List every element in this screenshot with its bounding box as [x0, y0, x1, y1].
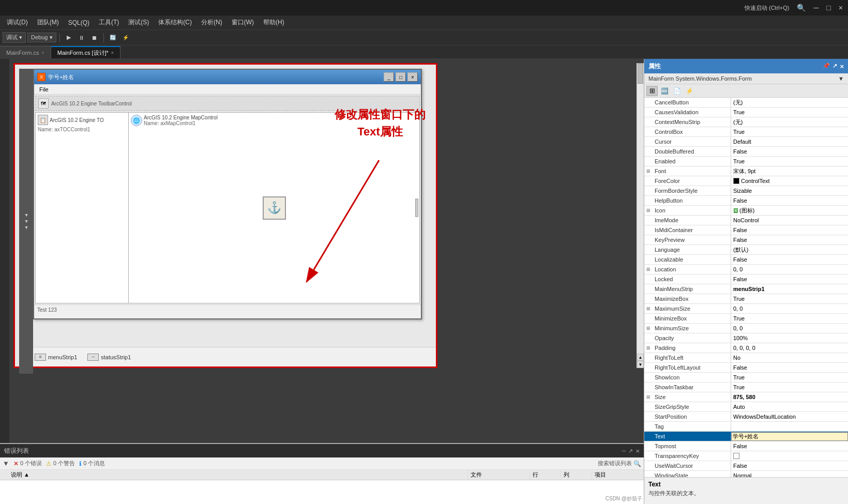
prop-row-helpbutton[interactable]: HelpButton False: [644, 196, 848, 206]
prop-row-cancelbutton[interactable]: CancelButton (无): [644, 98, 848, 108]
error-count-errors[interactable]: ✕ 0 个错误: [13, 460, 42, 467]
prop-row-language[interactable]: Language (默认): [644, 245, 848, 255]
tab-mainform-design[interactable]: MainForm.cs [设计]* ×: [51, 46, 120, 58]
prop-row-contextmenustrip[interactable]: ContextMenuStrip (无): [644, 117, 848, 127]
tab-close-design[interactable]: ×: [111, 50, 114, 55]
prop-row-sizegripstyle[interactable]: SizeGripStyle Auto: [644, 402, 848, 412]
prop-row-tag[interactable]: Tag: [644, 422, 848, 432]
prop-row-formborderstyle[interactable]: FormBorderStyle Sizable: [644, 186, 848, 196]
error-count-warnings[interactable]: ⚠ 0 个警告: [46, 460, 75, 467]
toolbar-btn-4[interactable]: 🔄: [107, 32, 118, 43]
prop-row-maximizebox[interactable]: MaximizeBox True: [644, 294, 848, 304]
error-col-proj[interactable]: 项目: [592, 470, 644, 480]
props-events-btn[interactable]: ⚡: [684, 86, 695, 96]
props-object-selector[interactable]: MainForm System.Windows.Forms.Form ▼: [644, 73, 848, 84]
prop-row-locked[interactable]: Locked False: [644, 274, 848, 284]
prop-row-transparencykey[interactable]: TransparencyKey: [644, 451, 848, 461]
menu-item-team[interactable]: 团队(M): [33, 17, 63, 28]
error-col-desc[interactable]: 说明 ▲: [8, 470, 468, 480]
menu-item-tools[interactable]: 工具(T): [95, 17, 123, 28]
form-toc-panel: 📋 ArcGIS 10.2 Engine TO Name: axTOCContr…: [36, 113, 129, 303]
toolbar-btn-2[interactable]: ⏸: [76, 32, 87, 43]
maximize-button[interactable]: □: [826, 4, 830, 12]
close-button[interactable]: ×: [839, 4, 843, 12]
props-float-btn[interactable]: ↗: [832, 63, 837, 70]
prop-row-location[interactable]: ⊞ Location 0, 0: [644, 265, 848, 274]
minimize-button[interactable]: ─: [813, 4, 819, 12]
props-categorized-btn[interactable]: ⊞: [646, 86, 658, 96]
toolbar-btn-3[interactable]: ⏹: [89, 32, 100, 43]
toolbar-btn-1[interactable]: ▶: [63, 32, 74, 43]
text-property-input[interactable]: [731, 432, 848, 441]
prop-row-startposition[interactable]: StartPosition WindowsDefaultLocation: [644, 412, 848, 422]
prop-row-controlbox[interactable]: ControlBox True: [644, 127, 848, 137]
prop-row-imemode[interactable]: ImeMode NoControl: [644, 216, 848, 225]
component-item-status[interactable]: ─ statusStrip1: [87, 354, 131, 361]
error-col-col[interactable]: 列: [561, 470, 592, 480]
debug-back-button[interactable]: 调试 ▾: [3, 32, 26, 43]
component-item-menu[interactable]: ≡ menuStrip1: [35, 354, 77, 361]
menu-item-arch[interactable]: 体系结构(C): [154, 17, 196, 28]
prop-row-usewaitcursor[interactable]: UseWaitCursor False: [644, 461, 848, 471]
prop-row-minimizebox[interactable]: MinimizeBox True: [644, 314, 848, 324]
props-property-pages-btn[interactable]: 📄: [671, 86, 683, 96]
tab-mainform-cs[interactable]: MainForm.cs ×: [0, 46, 51, 58]
menu-item-window[interactable]: 窗口(W): [228, 17, 258, 28]
search-icon[interactable]: 🔍: [797, 4, 806, 12]
tab-label-code: MainForm.cs: [6, 50, 39, 56]
error-panel-close-btn[interactable]: ×: [635, 447, 640, 455]
prop-row-righttoleft[interactable]: RightToLeft No: [644, 353, 848, 363]
prop-row-showicon[interactable]: ShowIcon True: [644, 373, 848, 383]
error-panel-float-btn[interactable]: ↗: [628, 448, 633, 454]
error-panel-minimize-btn[interactable]: ─: [622, 448, 626, 454]
prop-row-text[interactable]: Text: [644, 432, 848, 441]
menu-item-debug[interactable]: 调试(D): [3, 17, 32, 28]
tab-close-code[interactable]: ×: [42, 50, 44, 55]
prop-row-keypreview[interactable]: KeyPreview False: [644, 235, 848, 245]
left-ruler: ▲▲▲: [19, 69, 33, 374]
prop-row-causesvalidation[interactable]: CausesValidation True: [644, 108, 848, 117]
prop-row-righttoleftlayout[interactable]: RightToLeftLayout False: [644, 363, 848, 373]
error-col-file[interactable]: 文件: [468, 470, 530, 480]
props-close-btn[interactable]: ×: [840, 63, 844, 70]
prop-row-forecolor[interactable]: ForeColor ControlText: [644, 176, 848, 186]
tab-label-design: MainForm.cs [设计]*: [57, 49, 109, 57]
error-filter-icon[interactable]: ▼: [3, 460, 9, 467]
prop-row-localizable[interactable]: Localizable False: [644, 255, 848, 265]
form-maximize-btn[interactable]: □: [396, 72, 406, 82]
form-menu-file[interactable]: File: [34, 85, 54, 94]
prop-row-minimumsize[interactable]: ⊞ MinimumSize 0, 0: [644, 324, 848, 333]
prop-row-size[interactable]: ⊞ Size 875, 580: [644, 392, 848, 402]
menu-item-sql[interactable]: SQL(Q): [64, 18, 94, 28]
form-minimize-btn[interactable]: _: [384, 72, 394, 82]
prop-row-topmost[interactable]: Topmost False: [644, 441, 848, 451]
error-count-messages[interactable]: ℹ 0 个消息: [79, 460, 105, 467]
prop-row-cursor[interactable]: Cursor Default: [644, 137, 848, 147]
prop-row-windowstate[interactable]: WindowState Normal: [644, 471, 848, 477]
menu-item-test[interactable]: 测试(S): [124, 17, 153, 28]
config-select[interactable]: Debug ▾: [27, 33, 56, 42]
error-search-area[interactable]: 搜索错误列表 🔍: [598, 460, 641, 467]
prop-row-opacity[interactable]: Opacity 100%: [644, 333, 848, 343]
prop-row-maximumsize[interactable]: ⊞ MaximumSize 0, 0: [644, 304, 848, 314]
scroll-up-btn[interactable]: ▲: [637, 354, 644, 361]
toolbar-btn-5[interactable]: ⚡: [120, 32, 131, 43]
prop-row-icon[interactable]: ⊞ Icon 🖼 (图标): [644, 206, 848, 216]
props-alpha-btn[interactable]: 🔤: [659, 86, 670, 96]
scroll-down-btn[interactable]: ▼: [637, 361, 644, 368]
form-close-btn[interactable]: ×: [407, 72, 418, 82]
props-pin-btn[interactable]: 📌: [823, 63, 830, 70]
prop-row-doublebuffered[interactable]: DoubleBuffered False: [644, 147, 848, 157]
prop-row-enabled[interactable]: Enabled True: [644, 157, 848, 166]
prop-row-padding[interactable]: ⊞ Padding 0, 0, 0, 0: [644, 343, 848, 353]
map-resize-handle[interactable]: [415, 199, 418, 217]
prop-row-font[interactable]: ⊞ Font 宋体, 9pt: [644, 166, 848, 176]
menu-item-help[interactable]: 帮助(H): [259, 17, 289, 28]
prop-row-mainmenustrip[interactable]: MainMenuStrip menuStrip1: [644, 284, 848, 294]
design-vscrollbar[interactable]: ▲ ▼: [637, 63, 644, 368]
prop-row-showintaskbar[interactable]: ShowInTaskbar True: [644, 383, 848, 392]
error-error-icon: ✕: [13, 460, 19, 467]
error-col-line[interactable]: 行: [530, 470, 561, 480]
menu-item-analyze[interactable]: 分析(N): [197, 17, 226, 28]
prop-row-ismdicontainer[interactable]: IsMdiContainer False: [644, 225, 848, 235]
